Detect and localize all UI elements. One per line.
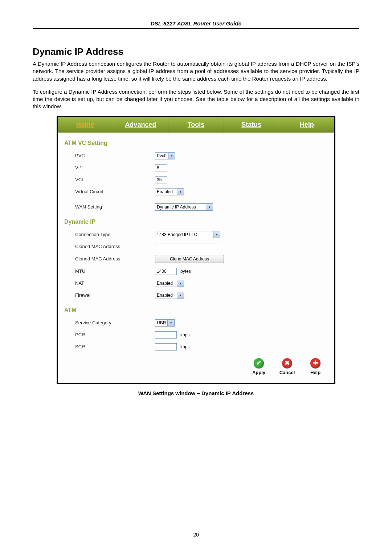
row-scr: SCR kbps <box>64 343 328 351</box>
tab-tools[interactable]: Tools <box>168 117 224 133</box>
select-connection-type-value: 1483 Bridged IP LLC <box>157 232 197 237</box>
select-pvc-value: Pvc0 <box>157 153 167 158</box>
select-nat[interactable]: Enabled ▾ <box>155 280 184 287</box>
chevron-down-icon: ▾ <box>206 204 213 210</box>
row-vci: VCI 35 <box>64 176 328 183</box>
label-mtu: MTU <box>64 268 155 274</box>
unit-scr: kbps <box>180 344 189 349</box>
label-cloned-mac: Cloned MAC Address <box>64 244 155 249</box>
chevron-down-icon: ▾ <box>177 189 184 195</box>
plus-icon: ✚ <box>310 358 320 368</box>
select-nat-value: Enabled <box>157 281 173 286</box>
row-service-category: Service Category UBR ▾ <box>64 319 328 327</box>
row-vpi: VPI 8 <box>64 164 328 171</box>
label-pvc: PVC <box>64 153 155 158</box>
tab-status[interactable]: Status <box>224 117 279 133</box>
row-pcr: PCR kbps <box>64 331 328 339</box>
apply-button[interactable]: ✔ Apply <box>249 358 269 375</box>
page-number: 20 <box>0 532 392 538</box>
help-label: Help <box>310 370 320 375</box>
nav-tabs: Home Advanced Tools Status Help <box>58 117 334 133</box>
chevron-down-icon: ▾ <box>167 320 174 326</box>
tab-help[interactable]: Help <box>279 117 334 133</box>
label-scr: SCR <box>64 344 155 349</box>
help-button[interactable]: ✚ Help <box>305 358 326 375</box>
apply-label: Apply <box>252 370 265 375</box>
settings-panel: ATM VC Setting PVC Pvc0 ▾ VPI 8 VCI <box>58 133 334 383</box>
select-wan-setting[interactable]: Dynamic IP Address ▾ <box>155 203 213 211</box>
select-service-category-value: UBR <box>157 320 166 325</box>
select-pvc[interactable]: Pvc0 ▾ <box>155 152 175 159</box>
section-heading: Dynamic IP Address <box>33 46 359 57</box>
row-mtu: MTU 1400 bytes <box>64 268 328 275</box>
cancel-button[interactable]: ✖ Cancel <box>277 358 297 375</box>
select-service-category[interactable]: UBR ▾ <box>155 319 175 327</box>
input-scr[interactable] <box>155 343 177 351</box>
action-row: ✔ Apply ✖ Cancel ✚ Help <box>64 355 328 377</box>
select-connection-type[interactable]: 1483 Bridged IP LLC ▾ <box>155 231 220 238</box>
unit-pcr: kbps <box>180 332 189 337</box>
intro-paragraph-1: A Dynamic IP Address connection configur… <box>33 60 359 82</box>
tab-home[interactable]: Home <box>58 117 113 133</box>
select-firewall[interactable]: Enabled ▾ <box>155 292 184 299</box>
label-wan-setting: WAN Setting <box>64 204 155 210</box>
clone-mac-button[interactable]: Clone MAC Address <box>155 255 224 263</box>
tab-advanced[interactable]: Advanced <box>113 117 169 133</box>
label-firewall: Firewall <box>64 292 155 298</box>
row-wan-setting: WAN Setting Dynamic IP Address ▾ <box>64 203 328 211</box>
input-vpi[interactable]: 8 <box>155 164 167 171</box>
label-connection-type: Connection Type <box>64 232 155 237</box>
input-mtu[interactable]: 1400 <box>155 268 177 275</box>
chevron-down-icon: ▾ <box>168 153 175 159</box>
label-virtual-circuit: Virtual Circuit <box>64 189 155 194</box>
label-vci: VCI <box>64 177 155 182</box>
label-vpi: VPI <box>64 165 155 170</box>
chevron-down-icon: ▾ <box>213 231 220 238</box>
input-pcr[interactable] <box>155 331 177 339</box>
router-ui-screenshot: Home Advanced Tools Status Help ATM VC S… <box>57 116 335 384</box>
input-vci[interactable]: 35 <box>155 176 167 183</box>
select-firewall-value: Enabled <box>157 293 173 298</box>
chevron-down-icon: ▾ <box>177 292 184 299</box>
input-cloned-mac[interactable] <box>155 243 220 250</box>
cancel-label: Cancel <box>279 370 295 375</box>
row-cloned-mac: Cloned MAC Address <box>64 243 328 250</box>
select-virtual-circuit[interactable]: Enabled ▾ <box>155 188 184 195</box>
intro-paragraph-2: To configure a Dynamic IP Address connec… <box>33 88 359 110</box>
section-atm-title: ATM <box>64 307 328 313</box>
row-connection-type: Connection Type 1483 Bridged IP LLC ▾ <box>64 231 328 238</box>
close-icon: ✖ <box>282 358 292 368</box>
section-dynamic-ip-title: Dynamic IP <box>64 219 328 225</box>
label-pcr: PCR <box>64 332 155 337</box>
chevron-down-icon: ▾ <box>177 280 184 287</box>
row-clone-mac-btn: Cloned MAC Address Clone MAC Address <box>64 255 328 263</box>
row-firewall: Firewall Enabled ▾ <box>64 292 328 299</box>
unit-mtu: bytes <box>180 269 191 274</box>
check-icon: ✔ <box>254 358 264 368</box>
select-virtual-circuit-value: Enabled <box>157 189 173 194</box>
doc-header: DSL-522T ADSL Router User Guide <box>33 20 359 29</box>
row-pvc: PVC Pvc0 ▾ <box>64 152 328 159</box>
row-nat: NAT Enabled ▾ <box>64 280 328 287</box>
figure-caption: WAN Settings window – Dynamic IP Address <box>33 390 359 396</box>
row-virtual-circuit: Virtual Circuit Enabled ▾ <box>64 188 328 195</box>
section-atm-vc-title: ATM VC Setting <box>64 140 328 146</box>
select-wan-setting-value: Dynamic IP Address <box>157 204 196 210</box>
label-service-category: Service Category <box>64 320 155 325</box>
label-nat: NAT <box>64 280 155 286</box>
label-clone-mac-btn: Cloned MAC Address <box>64 256 155 262</box>
